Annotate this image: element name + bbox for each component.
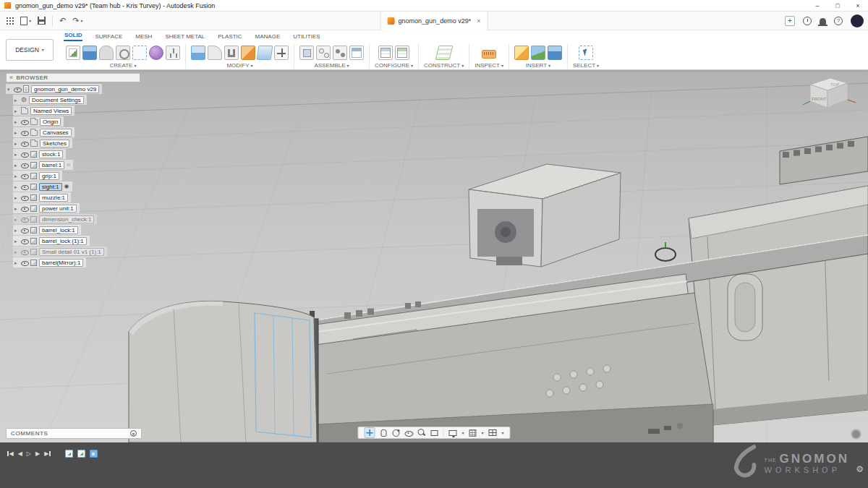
collapse-panel-icon[interactable]: « <box>9 74 13 81</box>
rotate-gizmo[interactable] <box>655 242 676 261</box>
expand-arrow-icon[interactable]: ▸ <box>14 239 19 244</box>
expand-arrow-icon[interactable]: ▸ <box>14 249 19 254</box>
construction-plane-icon[interactable] <box>435 46 453 60</box>
chevron-down-icon[interactable]: ▾ <box>461 431 464 435</box>
item-label[interactable]: Canvases <box>40 129 72 137</box>
grid-snaps-icon[interactable] <box>469 429 476 437</box>
item-label[interactable]: barrel(Mirror):1 <box>39 259 83 267</box>
rigid-group-icon[interactable] <box>349 46 364 60</box>
timeline-feature-component-icon[interactable] <box>90 450 98 458</box>
document-tab[interactable]: gnomon_gun_demo v29* × <box>380 12 488 30</box>
fit-view-icon[interactable] <box>430 430 438 436</box>
browser-item-document-settings[interactable]: ▸ ⚙ Document Settings <box>13 95 87 105</box>
timeline-step-forward-button[interactable]: ▶ <box>35 451 40 457</box>
timeline-step-back-button[interactable]: ◀ <box>18 451 22 457</box>
maximize-button[interactable]: □ <box>827 0 848 12</box>
group-dropdown-insert[interactable]: INSERT ▾ <box>526 62 550 69</box>
press-pull-icon[interactable] <box>191 46 205 60</box>
redo-button[interactable]: ↷ ▾ <box>72 17 82 25</box>
item-label[interactable]: grip:1 <box>39 172 59 180</box>
zoom-icon[interactable] <box>417 429 425 437</box>
insert-derive-icon[interactable] <box>514 46 529 60</box>
group-dropdown-select[interactable]: SELECT ▾ <box>573 62 599 69</box>
canvas-icon[interactable] <box>531 46 545 60</box>
group-dropdown-assemble[interactable]: ASSEMBLE ▾ <box>314 62 349 69</box>
expand-arrow-icon[interactable]: ▸ <box>14 184 19 189</box>
group-dropdown-create[interactable]: CREATE ▾ <box>110 62 137 69</box>
display-settings-icon[interactable] <box>448 430 456 436</box>
root-label[interactable]: gnomon_gun_demo v29 <box>31 85 99 93</box>
item-label[interactable]: Small detail 01 v1 (1):1 <box>39 248 104 256</box>
pan-icon[interactable] <box>380 429 386 437</box>
browser-item-grip[interactable]: ▸ grip:1 <box>13 171 62 181</box>
select-tool-icon[interactable] <box>579 46 593 60</box>
browser-item-canvases[interactable]: ▸ Canvases <box>13 127 75 137</box>
close-button[interactable]: × <box>848 0 868 12</box>
activate-component-icon[interactable]: ◉ <box>64 184 69 189</box>
browser-item-muzzle[interactable]: ▸ muzzle:1 <box>13 192 71 202</box>
shell-icon[interactable] <box>224 46 239 60</box>
visibility-eye-icon[interactable] <box>21 249 28 255</box>
browser-item-barrel-mirror[interactable]: ▸ barrel(Mirror):1 <box>13 257 86 267</box>
job-status-icon[interactable] <box>803 17 812 25</box>
save-button[interactable] <box>38 17 46 25</box>
tab-mesh[interactable]: MESH <box>135 33 153 41</box>
item-label[interactable]: Origin <box>40 118 61 126</box>
revolve-icon[interactable] <box>99 46 114 60</box>
item-label[interactable]: dimension_check:1 <box>39 215 94 223</box>
combine-icon[interactable] <box>241 46 255 60</box>
visibility-eye-icon[interactable] <box>21 162 28 168</box>
profile-avatar[interactable] <box>851 14 864 27</box>
expand-arrow-icon[interactable]: ▾ <box>7 87 12 92</box>
new-document-button[interactable]: + <box>785 16 795 26</box>
sweep-icon[interactable] <box>116 46 130 60</box>
file-menu-button[interactable]: ▾ <box>20 17 31 25</box>
browser-item-origin[interactable]: ▸ Origin <box>13 116 64 127</box>
help-icon[interactable]: ? <box>834 17 843 25</box>
group-dropdown-modify[interactable]: MODIFY ▾ <box>226 62 252 69</box>
item-label[interactable]: barrel:1 <box>39 161 64 169</box>
tab-solid[interactable]: SOLID <box>64 32 82 41</box>
visibility-eye-icon[interactable] <box>21 227 28 234</box>
measure-icon[interactable] <box>482 50 496 59</box>
sight-component[interactable] <box>469 164 621 267</box>
visibility-eye-icon[interactable] <box>21 119 28 125</box>
draft-icon[interactable] <box>257 46 273 60</box>
assistant-icon[interactable] <box>851 429 861 440</box>
group-dropdown-inspect[interactable]: INSPECT ▾ <box>475 62 503 69</box>
orbit-icon[interactable] <box>392 429 399 437</box>
gun-model[interactable] <box>129 137 868 442</box>
item-label[interactable]: muzzle:1 <box>39 194 68 202</box>
model-viewport[interactable]: FRONT TOP « BROWSER ▾ gnomon_gun_demo v2… <box>0 70 868 442</box>
browser-item-stock[interactable]: ▸ stock:1 <box>13 149 66 159</box>
view-cube[interactable]: FRONT TOP <box>800 73 861 118</box>
extrude-icon[interactable] <box>82 46 97 60</box>
browser-item-sight[interactable]: ▸ sight:1 ◉ <box>13 181 72 192</box>
active-nav-tool[interactable] <box>364 427 375 438</box>
chevron-down-icon[interactable]: ▾ <box>481 431 483 435</box>
tab-utilities[interactable]: UTILITIES <box>292 33 320 41</box>
group-dropdown-construct[interactable]: CONSTRUCT ▾ <box>424 62 464 69</box>
timeline-feature-sketch2-icon[interactable] <box>77 450 85 458</box>
expand-arrow-icon[interactable]: ▸ <box>14 206 19 211</box>
insert-mesh-icon[interactable] <box>548 46 562 60</box>
undo-button[interactable]: ↶ <box>59 17 66 25</box>
browser-item-barrel-lock[interactable]: ▸ barrel_lock:1 <box>13 225 81 235</box>
ground-marker-icon[interactable]: ○ <box>67 162 70 168</box>
item-label[interactable]: sight:1 <box>39 183 62 191</box>
item-label[interactable]: Sketches <box>40 140 69 147</box>
timeline-go-end-button[interactable]: ▶ <box>44 451 51 457</box>
chevron-down-icon[interactable]: ▾ <box>502 431 504 435</box>
notifications-icon[interactable] <box>820 18 826 25</box>
workspace-switcher-button[interactable]: DESIGN ▾ <box>6 39 54 61</box>
expand-arrow-icon[interactable]: ▸ <box>14 195 19 200</box>
visibility-eye-icon[interactable] <box>21 140 28 147</box>
tab-plastic[interactable]: PLASTIC <box>217 33 242 41</box>
browser-item-named-views[interactable]: ▸ Named Views <box>13 106 75 116</box>
visibility-eye-icon[interactable] <box>21 194 28 201</box>
browser-item-barrel[interactable]: ▸ barrel:1 ○ <box>13 160 73 170</box>
visibility-eye-icon[interactable] <box>21 205 28 212</box>
tab-manage[interactable]: MANAGE <box>255 33 281 41</box>
group-dropdown-configure[interactable]: CONFIGURE ▾ <box>375 62 413 69</box>
configuration-theme-icon[interactable] <box>395 46 409 60</box>
